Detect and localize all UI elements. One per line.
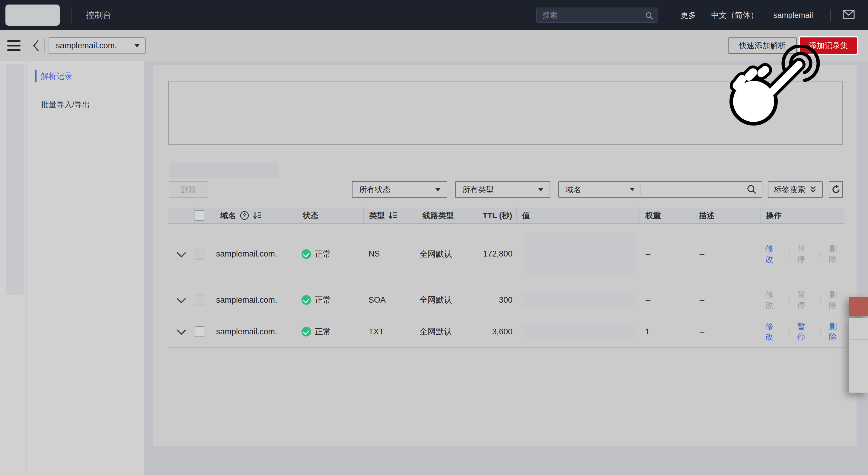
modify-link[interactable]: 修改 xyxy=(765,289,781,311)
search-field-selector[interactable]: 域名 xyxy=(559,184,640,195)
column-header-type: 类型 xyxy=(369,210,385,221)
edge-widget-panel[interactable] xyxy=(849,318,868,392)
sidebar-item-batch-import-export[interactable]: 批量导入/导出 xyxy=(27,95,144,114)
topbar: 控制台 更多 中文（简体） samplemail xyxy=(0,0,868,30)
help-icon[interactable]: ? xyxy=(240,211,249,220)
delete-link[interactable]: 删除 xyxy=(829,321,844,342)
collapsed-nav-rail xyxy=(0,61,27,475)
status-filter-value: 所有状态 xyxy=(359,184,391,195)
pause-link[interactable]: 暂停 xyxy=(797,244,812,265)
chevron-down-icon xyxy=(538,188,544,191)
search-icon xyxy=(645,11,654,20)
cell-type: TXT xyxy=(369,327,384,337)
tag-search-button[interactable]: 标签搜索 xyxy=(768,181,823,198)
sort-icon[interactable] xyxy=(253,211,262,220)
dns-console-screen: 控制台 更多 中文（简体） samplemail xyxy=(0,0,868,475)
status-badge: 正常 xyxy=(315,294,331,306)
column-header-domain: 域名 xyxy=(220,210,236,221)
toolbar-divider xyxy=(44,38,45,53)
row-checkbox[interactable] xyxy=(195,326,204,337)
console-link[interactable]: 控制台 xyxy=(86,9,112,21)
sort-icon[interactable] xyxy=(389,211,398,220)
edge-floating-widget xyxy=(849,297,868,392)
op-divider: | xyxy=(820,250,822,258)
search-submit-icon[interactable] xyxy=(747,184,757,195)
record-search-input[interactable] xyxy=(641,185,747,194)
modify-link[interactable]: 修改 xyxy=(765,244,781,265)
expand-row-icon[interactable] xyxy=(177,294,186,303)
delete-link[interactable]: 删除 xyxy=(829,289,844,311)
cell-weight: -- xyxy=(645,249,651,259)
delete-selected-button[interactable]: 删除 xyxy=(169,181,208,198)
record-search-box: 域名 xyxy=(558,181,763,198)
value-redacted-block xyxy=(523,233,635,275)
zone-selector-dropdown[interactable]: samplemail.com. xyxy=(49,37,146,54)
chevron-down-icon xyxy=(435,188,441,191)
sidebar-item-label: 批量导入/导出 xyxy=(41,99,90,110)
global-search[interactable] xyxy=(536,7,658,23)
cell-ttl: 172,800 xyxy=(483,249,513,259)
op-divider: | xyxy=(788,250,790,258)
back-button[interactable] xyxy=(32,39,40,52)
column-header-value: 值 xyxy=(522,210,530,221)
language-selector[interactable]: 中文（简体） xyxy=(711,10,758,21)
cell-line-type: 全网默认 xyxy=(420,326,452,337)
column-header-line-type: 线路类型 xyxy=(423,210,454,221)
op-divider: | xyxy=(788,296,790,304)
status-ok-icon xyxy=(302,249,311,259)
type-filter-dropdown[interactable]: 所有类型 xyxy=(455,181,550,198)
account-name[interactable]: samplemail xyxy=(774,10,813,20)
cell-domain: samplemail.com. xyxy=(216,295,277,305)
add-record-set-button[interactable]: 添加记录集 xyxy=(800,37,857,54)
sidebar-item-label: 解析记录 xyxy=(41,71,72,82)
cell-description: -- xyxy=(699,327,705,337)
pause-link[interactable]: 暂停 xyxy=(797,289,812,311)
edge-widget-red-button[interactable] xyxy=(849,297,868,316)
op-divider: | xyxy=(788,327,790,336)
expand-row-icon[interactable] xyxy=(177,326,186,335)
pause-link[interactable]: 暂停 xyxy=(797,321,812,342)
refresh-button[interactable] xyxy=(829,181,843,198)
status-filter-dropdown[interactable]: 所有状态 xyxy=(352,181,447,198)
select-all-checkbox[interactable] xyxy=(195,210,204,221)
messages-button[interactable] xyxy=(843,10,855,21)
topbar-divider xyxy=(71,7,71,24)
sidebar-item-resolution-records[interactable]: 解析记录 xyxy=(27,66,144,86)
row-checkbox[interactable] xyxy=(195,294,204,306)
delete-link[interactable]: 删除 xyxy=(829,244,844,265)
banner-placeholder-box xyxy=(168,81,843,145)
quick-add-resolution-button[interactable]: 快速添加解析 xyxy=(728,37,797,54)
expand-row-icon[interactable] xyxy=(177,248,186,257)
modify-link[interactable]: 修改 xyxy=(765,321,781,342)
cell-weight: 1 xyxy=(645,327,650,337)
op-divider: | xyxy=(820,327,822,336)
cell-description: -- xyxy=(699,295,705,305)
svg-text:?: ? xyxy=(243,213,246,219)
status-badge: 正常 xyxy=(315,249,331,259)
more-menu[interactable]: 更多 xyxy=(681,10,696,21)
cell-line-type: 全网默认 xyxy=(420,294,452,306)
record-table: 域名 ? 状态 类型 xyxy=(168,208,844,348)
cell-domain: samplemail.com. xyxy=(216,249,277,259)
cell-ttl: 300 xyxy=(499,295,513,305)
chevron-down-icon xyxy=(630,188,634,191)
global-search-input[interactable] xyxy=(537,11,658,20)
column-header-ttl: TTL (秒) xyxy=(483,210,512,221)
cell-line-type: 全网默认 xyxy=(420,249,452,259)
logo-placeholder xyxy=(5,4,60,26)
column-header-operation: 操作 xyxy=(766,210,782,221)
status-ok-icon xyxy=(302,295,311,305)
sidebar: 解析记录 批量导入/导出 xyxy=(27,61,144,475)
value-redacted-block xyxy=(523,293,635,307)
column-header-description: 描述 xyxy=(699,210,714,221)
row-checkbox[interactable] xyxy=(195,249,204,259)
envelope-icon xyxy=(843,10,855,19)
refresh-icon xyxy=(831,184,841,195)
topbar-divider xyxy=(830,9,831,21)
status-badge: 正常 xyxy=(315,326,331,337)
content-card: 删除 所有状态 所有类型 域名 xyxy=(153,65,857,446)
hamburger-menu-icon[interactable] xyxy=(7,40,21,51)
page-toolbar: samplemail.com. 快速添加解析 添加记录集 xyxy=(0,30,868,61)
table-row-txt: samplemail.com. 正常 TXT 全网默认 3,600 1 -- 修… xyxy=(168,316,844,348)
table-header-row: 域名 ? 状态 类型 xyxy=(168,208,844,224)
